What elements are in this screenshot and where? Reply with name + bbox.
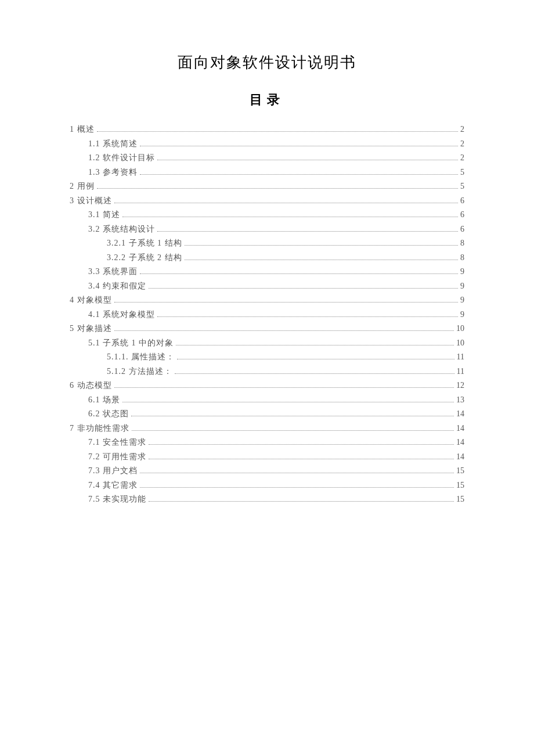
toc-leader-dots	[140, 487, 454, 488]
toc-entry-label: 7.1 安全性需求	[88, 435, 146, 450]
toc-entry-page: 14	[456, 407, 464, 422]
toc-entry-label: 3.2 系统结构设计	[88, 222, 155, 237]
toc-entry-page: 15	[456, 478, 464, 493]
toc-leader-dots	[176, 345, 454, 345]
toc-entry-label: 7.5 未实现功能	[88, 492, 146, 507]
toc-entry-page: 12	[456, 379, 464, 393]
toc-entry[interactable]: 7.1 安全性需求14	[70, 435, 464, 450]
toc-leader-dots	[132, 430, 454, 431]
toc-leader-dots	[140, 473, 454, 473]
toc-heading: 目录	[70, 91, 464, 109]
toc-entry[interactable]: 6.2 状态图14	[70, 407, 464, 422]
toc-entry[interactable]: 1 概述2	[70, 123, 464, 137]
toc-leader-dots	[114, 330, 454, 331]
toc-entry-label: 5 对象描述	[70, 322, 112, 336]
toc-entry-page: 14	[456, 435, 464, 450]
toc-entry[interactable]: 3.4 约束和假定9	[70, 279, 464, 294]
toc-entry-label: 4.1 系统对象模型	[88, 308, 155, 322]
toc-entry-page: 9	[460, 293, 464, 308]
toc-entry[interactable]: 3.2.2 子系统 2 结构8	[70, 251, 464, 265]
toc-entry-label: 1.2 软件设计目标	[88, 151, 155, 165]
toc-leader-dots	[185, 245, 459, 246]
toc-entry-label: 5.1 子系统 1 中的对象	[88, 336, 174, 351]
toc-entry-page: 11	[457, 365, 464, 379]
toc-entry[interactable]: 7 非功能性需求14	[70, 422, 464, 436]
table-of-contents: 1 概述21.1 系统简述21.2 软件设计目标21.3 参考资料52 用例53…	[70, 123, 464, 507]
toc-entry[interactable]: 4 对象模型9	[70, 293, 464, 308]
toc-entry-page: 6	[460, 222, 464, 237]
toc-leader-dots	[131, 416, 454, 416]
toc-entry-page: 6	[460, 208, 464, 222]
toc-entry-label: 2 用例	[70, 179, 95, 194]
toc-leader-dots	[149, 501, 454, 502]
toc-entry-page: 8	[460, 236, 464, 251]
toc-entry-page: 13	[456, 393, 464, 408]
toc-entry[interactable]: 3.1 简述6	[70, 208, 464, 222]
toc-entry-page: 9	[460, 308, 464, 322]
toc-leader-dots	[97, 131, 459, 132]
toc-leader-dots	[140, 273, 458, 274]
toc-leader-dots	[149, 288, 458, 289]
toc-leader-dots	[114, 203, 459, 203]
toc-entry[interactable]: 1.3 参考资料5	[70, 165, 464, 180]
toc-leader-dots	[157, 160, 458, 160]
toc-entry[interactable]: 6 动态模型12	[70, 379, 464, 393]
toc-entry-page: 10	[456, 322, 464, 336]
toc-entry-page: 10	[456, 336, 464, 351]
toc-entry-label: 1.3 参考资料	[88, 165, 138, 180]
toc-entry-label: 7.4 其它需求	[88, 478, 138, 493]
toc-entry[interactable]: 7.4 其它需求15	[70, 478, 464, 493]
toc-entry-page: 15	[456, 492, 464, 507]
toc-entry-label: 6 动态模型	[70, 379, 112, 393]
toc-entry-label: 5.1.2 方法描述：	[107, 365, 172, 379]
document-title: 面向对象软件设计说明书	[70, 52, 464, 73]
toc-entry-label: 3.2.2 子系统 2 结构	[107, 251, 182, 265]
toc-entry[interactable]: 2 用例5	[70, 179, 464, 194]
toc-entry[interactable]: 7.3 用户文档15	[70, 464, 464, 478]
toc-entry-page: 2	[460, 137, 464, 152]
toc-leader-dots	[177, 359, 454, 359]
toc-entry-label: 7.3 用户文档	[88, 464, 138, 478]
toc-entry[interactable]: 4.1 系统对象模型9	[70, 308, 464, 322]
toc-entry[interactable]: 7.5 未实现功能15	[70, 492, 464, 507]
toc-entry-page: 14	[456, 422, 464, 436]
toc-entry[interactable]: 7.2 可用性需求14	[70, 450, 464, 465]
toc-entry-page: 5	[460, 179, 464, 194]
toc-leader-dots	[149, 459, 454, 459]
toc-entry-label: 6.2 状态图	[88, 407, 129, 422]
toc-leader-dots	[122, 217, 458, 217]
toc-leader-dots	[140, 174, 458, 175]
toc-entry[interactable]: 5 对象描述10	[70, 322, 464, 336]
toc-entry-page: 9	[460, 265, 464, 279]
toc-entry[interactable]: 1.2 软件设计目标2	[70, 151, 464, 165]
toc-leader-dots	[114, 387, 454, 388]
toc-entry[interactable]: 5.1.2 方法描述：11	[70, 365, 464, 379]
toc-entry-label: 3.2.1 子系统 1 结构	[107, 236, 182, 251]
toc-entry-label: 4 对象模型	[70, 293, 112, 308]
toc-leader-dots	[97, 188, 459, 189]
toc-entry-label: 3.3 系统界面	[88, 265, 138, 279]
toc-entry[interactable]: 6.1 场景13	[70, 393, 464, 408]
toc-leader-dots	[114, 302, 459, 303]
toc-entry-label: 3.1 简述	[88, 208, 120, 222]
toc-entry-page: 15	[456, 464, 464, 478]
toc-entry[interactable]: 3.2 系统结构设计6	[70, 222, 464, 237]
toc-leader-dots	[185, 260, 459, 260]
toc-entry-page: 6	[460, 194, 464, 208]
toc-leader-dots	[175, 373, 454, 374]
toc-entry-label: 5.1.1. 属性描述：	[107, 350, 175, 365]
toc-entry-page: 9	[460, 279, 464, 294]
toc-entry-label: 3.4 约束和假定	[88, 279, 146, 294]
toc-entry[interactable]: 1.1 系统简述2	[70, 137, 464, 152]
toc-entry[interactable]: 3.2.1 子系统 1 结构8	[70, 236, 464, 251]
toc-entry-label: 7.2 可用性需求	[88, 450, 146, 465]
toc-entry[interactable]: 3 设计概述6	[70, 194, 464, 208]
toc-entry-label: 1 概述	[70, 123, 95, 137]
toc-leader-dots	[122, 402, 454, 402]
toc-entry[interactable]: 3.3 系统界面9	[70, 265, 464, 279]
toc-entry-label: 7 非功能性需求	[70, 422, 129, 436]
toc-leader-dots	[149, 444, 454, 445]
toc-entry[interactable]: 5.1.1. 属性描述：11	[70, 350, 464, 365]
toc-entry[interactable]: 5.1 子系统 1 中的对象10	[70, 336, 464, 351]
toc-entry-label: 3 设计概述	[70, 194, 112, 208]
